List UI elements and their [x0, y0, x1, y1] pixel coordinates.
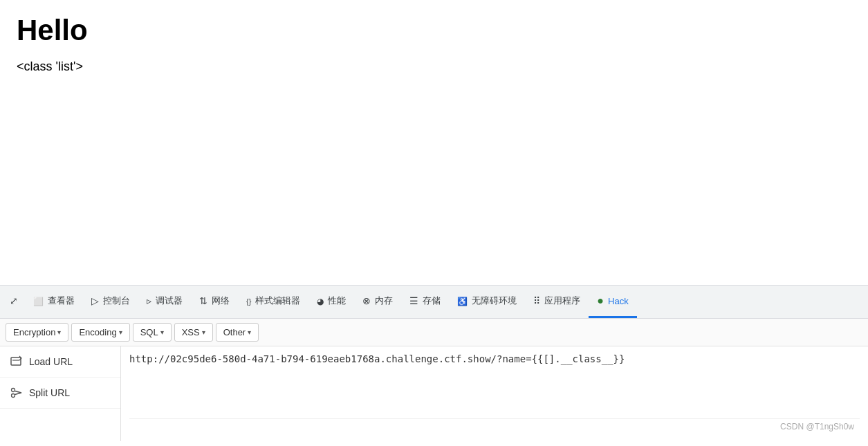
- encryption-chevron-icon: ▾: [57, 328, 61, 336]
- tab-console[interactable]: 控制台: [83, 286, 138, 318]
- other-chevron-icon: ▾: [248, 328, 251, 336]
- xss-chevron-icon: ▾: [202, 328, 205, 336]
- encoding-dropdown-button[interactable]: Encoding ▾: [71, 323, 129, 342]
- console-icon: [91, 295, 99, 306]
- styles-icon: [246, 295, 251, 306]
- url-input[interactable]: [129, 353, 860, 413]
- watermark-text: CSDN @T1ngSh0w: [780, 422, 854, 431]
- accessibility-icon: [457, 295, 468, 306]
- tab-inspect[interactable]: [3, 286, 25, 318]
- load-url-icon: [10, 355, 24, 369]
- page-subtitle: <class 'list'>: [17, 59, 851, 74]
- svg-rect-0: [11, 357, 21, 365]
- load-url-button[interactable]: Load URL: [0, 346, 120, 378]
- tab-sources[interactable]: 调试器: [138, 286, 191, 318]
- tab-memory[interactable]: 内存: [354, 286, 401, 318]
- tab-hack[interactable]: Hack: [589, 286, 636, 318]
- svg-point-2: [12, 394, 15, 398]
- xss-dropdown-button[interactable]: XSS ▾: [174, 323, 213, 342]
- elements-icon: [33, 295, 44, 306]
- devtools-bar: 查看器 控制台 调试器 网络 样式编辑器 性能 内存 存储 无障碍环境 应用程序…: [0, 285, 868, 318]
- svg-point-1: [12, 389, 15, 392]
- main-content: Hello <class 'list'>: [0, 0, 868, 318]
- page-title: Hello: [17, 14, 851, 47]
- hackbar-right-panel: CSDN @T1ngSh0w: [121, 346, 868, 441]
- memory-icon: [362, 295, 371, 306]
- tab-elements[interactable]: 查看器: [25, 286, 83, 318]
- load-url-label: Load URL: [29, 356, 73, 367]
- perf-icon: [317, 295, 324, 306]
- tab-styles[interactable]: 样式编辑器: [238, 286, 308, 318]
- split-url-icon: [10, 386, 24, 400]
- hackbar-toolbar: Encryption ▾ Encoding ▾ SQL ▾ XSS ▾ Othe…: [0, 319, 868, 346]
- hackbar-area: Encryption ▾ Encoding ▾ SQL ▾ XSS ▾ Othe…: [0, 318, 868, 446]
- sources-icon: [147, 295, 151, 306]
- sql-chevron-icon: ▾: [160, 328, 164, 336]
- storage-icon: [409, 295, 418, 306]
- hackbar-body: Load URL Split URL CSDN @T1ngS: [0, 346, 868, 441]
- tab-accessibility[interactable]: 无障碍环境: [449, 286, 525, 318]
- tab-storage[interactable]: 存储: [401, 286, 449, 318]
- split-url-label: Split URL: [29, 387, 70, 398]
- tab-performance[interactable]: 性能: [308, 286, 354, 318]
- svg-line-4: [15, 393, 22, 395]
- hackbar-left-panel: Load URL Split URL: [0, 346, 121, 441]
- encoding-chevron-icon: ▾: [119, 328, 122, 336]
- sql-dropdown-button[interactable]: SQL ▾: [133, 323, 172, 342]
- inspect-icon: [10, 295, 18, 306]
- hack-icon: [597, 295, 604, 307]
- encryption-dropdown-button[interactable]: Encryption ▾: [6, 323, 68, 342]
- network-icon: [199, 295, 207, 306]
- tab-apps[interactable]: 应用程序: [525, 286, 589, 318]
- split-url-button[interactable]: Split URL: [0, 378, 120, 409]
- apps-icon: [533, 295, 540, 306]
- svg-line-3: [15, 391, 22, 393]
- other-dropdown-button[interactable]: Other ▾: [216, 323, 259, 342]
- tab-network[interactable]: 网络: [191, 286, 238, 318]
- hackbar-footer: CSDN @T1ngSh0w: [129, 418, 860, 434]
